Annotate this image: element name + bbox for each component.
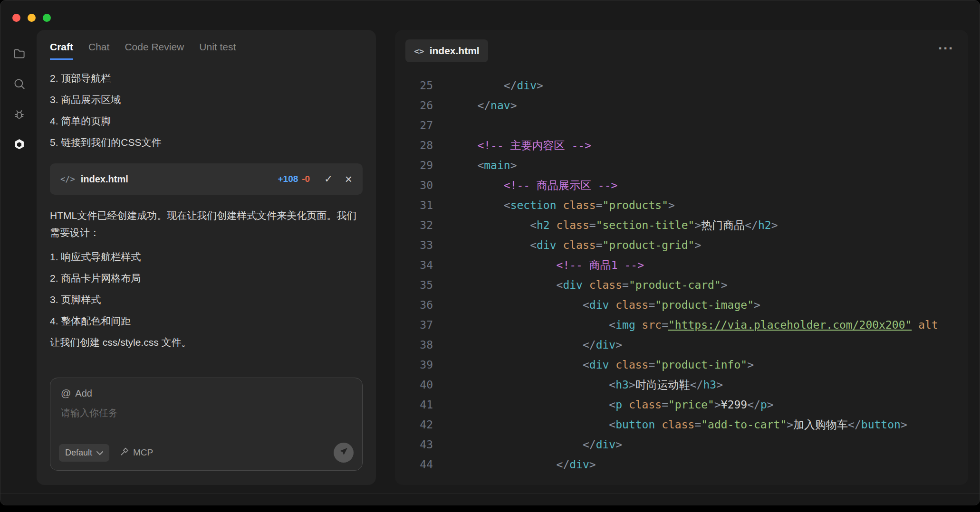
task-input[interactable]: 请输入你任务 [61, 407, 352, 419]
line-number: 43 [395, 435, 451, 455]
code-text: <!-- 主要内容区 --> [451, 135, 591, 155]
line-number: 30 [395, 175, 451, 195]
list-item: 2. 商品卡片网格布局 [50, 267, 363, 289]
chat-tabs: CraftChatCode ReviewUnit test [50, 30, 363, 60]
list-item: 2. 顶部导航栏 [50, 67, 363, 89]
close-button[interactable] [12, 14, 20, 22]
code-line: 28 <!-- 主要内容区 --> [395, 135, 968, 155]
deletions-count: -0 [302, 174, 310, 184]
code-text: <h2 class="section-title">热门商品</h2> [451, 215, 778, 235]
closing-line: 让我们创建 css/style.css 文件。 [50, 332, 363, 353]
line-number: 28 [395, 135, 451, 155]
code-line: 36 <div class="product-image"> [395, 295, 968, 315]
editor-tab-filename: index.html [430, 45, 480, 57]
tab-craft[interactable]: Craft [50, 41, 73, 60]
line-number: 34 [395, 255, 451, 275]
debug-icon[interactable] [12, 107, 26, 121]
list-item: 4. 整体配色和间距 [50, 310, 363, 332]
code-text: </nav> [451, 95, 517, 115]
line-number: 38 [395, 335, 451, 355]
chat-list-bottom: 1. 响应式导航栏样式2. 商品卡片网格布局3. 页脚样式4. 整体配色和间距 [50, 246, 363, 332]
accept-changes-button[interactable]: ✓ [324, 173, 333, 185]
code-text: <!-- 商品展示区 --> [451, 175, 617, 195]
minimize-button[interactable] [28, 14, 36, 22]
search-icon[interactable] [12, 76, 26, 91]
line-number: 33 [395, 235, 451, 255]
assistant-message: HTML文件已经创建成功。现在让我们创建样式文件来美化页面。我们需要设计： [50, 207, 363, 241]
editor-tab-index-html[interactable]: <> index.html [405, 39, 488, 62]
code-line: 32 <h2 class="section-title">热门商品</h2> [395, 215, 968, 235]
add-label: Add [75, 388, 92, 399]
code-line: 38 </div> [395, 335, 968, 355]
folder-icon[interactable] [12, 46, 26, 60]
tab-unit-test[interactable]: Unit test [199, 41, 236, 60]
code-line: 33 <div class="product-grid"> [395, 235, 968, 255]
code-tag-icon: <> [414, 46, 424, 56]
line-number: 37 [395, 315, 451, 335]
line-number: 27 [395, 115, 451, 135]
code-text: <button class="add-to-cart">加入购物车</butto… [451, 415, 907, 435]
line-number: 42 [395, 415, 451, 435]
activity-bar [0, 46, 38, 152]
code-line: 43 </div> [395, 435, 968, 455]
line-number: 39 [395, 355, 451, 375]
send-button[interactable] [334, 443, 354, 463]
code-line: 27 [395, 115, 968, 135]
file-change-card[interactable]: </> index.html +108 -0 ✓ × [50, 163, 363, 195]
code-text: <!-- 商品1 --> [451, 255, 644, 275]
zoom-button[interactable] [43, 14, 51, 22]
code-text: <p class="price">¥299</p> [451, 395, 774, 415]
additions-count: +108 [278, 174, 298, 184]
code-line: 31 <section class="products"> [395, 195, 968, 215]
list-item: 1. 响应式导航栏样式 [50, 246, 363, 267]
code-text: <div class="product-card"> [451, 275, 728, 295]
model-selector[interactable]: Default [59, 444, 109, 462]
line-number: 36 [395, 295, 451, 315]
tab-code-review[interactable]: Code Review [125, 41, 184, 60]
mcp-button[interactable]: MCP [120, 447, 153, 459]
code-text: </div> [451, 76, 543, 95]
line-number: 40 [395, 375, 451, 395]
mcp-label: MCP [133, 447, 153, 458]
code-line: 39 <div class="product-info"> [395, 355, 968, 375]
task-input-box[interactable]: @ Add 请输入你任务 Default MCP [50, 378, 363, 471]
line-number: 44 [395, 455, 451, 474]
mcp-icon [120, 447, 129, 459]
code-file-icon: </> [60, 174, 75, 184]
code-text: </div> [451, 455, 596, 474]
tab-chat[interactable]: Chat [88, 41, 109, 60]
code-line: 42 <button class="add-to-cart">加入购物车</bu… [395, 415, 968, 435]
code-line: 40 <h3>时尚运动鞋</h3> [395, 375, 968, 395]
chat-panel: CraftChatCode ReviewUnit test 2. 顶部导航栏3.… [37, 30, 376, 485]
reject-changes-button[interactable]: × [345, 173, 352, 185]
file-card-filename: index.html [81, 174, 128, 185]
line-number: 35 [395, 275, 451, 295]
code-line: 26 </nav> [395, 95, 968, 115]
code-line: 30 <!-- 商品展示区 --> [395, 175, 968, 195]
model-selector-label: Default [65, 448, 92, 458]
status-bar [0, 493, 980, 505]
paper-plane-icon [339, 447, 348, 458]
code-area[interactable]: 25 </div>26 </nav>2728 <!-- 主要内容区 -->29 … [395, 76, 968, 485]
list-item: 3. 商品展示区域 [50, 89, 363, 110]
chat-list-top: 2. 顶部导航栏3. 商品展示区域4. 简单的页脚5. 链接到我们的CSS文件 [50, 67, 363, 153]
code-text: <main> [451, 155, 517, 175]
line-number: 26 [395, 95, 451, 115]
input-toolbar: Default MCP [59, 443, 354, 463]
more-options-button[interactable]: ··· [938, 40, 954, 57]
add-context-button[interactable]: @ Add [61, 388, 92, 399]
ai-assistant-icon[interactable] [12, 137, 26, 152]
code-line: 35 <div class="product-card"> [395, 275, 968, 295]
code-line: 37 <img src="https://via.placeholder.com… [395, 315, 968, 335]
code-line: 44 </div> [395, 455, 968, 474]
code-text: <div class="product-info"> [451, 355, 754, 375]
line-number: 41 [395, 395, 451, 415]
code-text: <div class="product-grid"> [451, 235, 701, 255]
code-line: 34 <!-- 商品1 --> [395, 255, 968, 275]
code-text: </div> [451, 335, 622, 355]
list-item: 5. 链接到我们的CSS文件 [50, 132, 363, 153]
code-text: </div> [451, 435, 622, 455]
code-line: 41 <p class="price">¥299</p> [395, 395, 968, 415]
code-text: <h3>时尚运动鞋</h3> [451, 375, 723, 395]
code-text: <section class="products"> [451, 195, 675, 215]
